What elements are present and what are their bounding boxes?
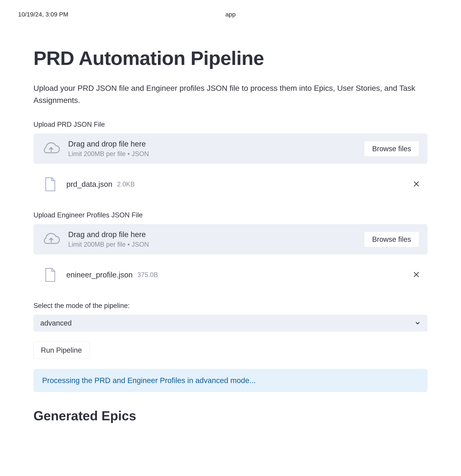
file-icon (44, 268, 56, 282)
file-size: 2.0KB (117, 180, 135, 188)
dropzone-title: Drag and drop file here (68, 230, 364, 239)
dropzone-hint: Limit 200MB per file • JSON (68, 241, 364, 248)
dropzone-text: Drag and drop file here Limit 200MB per … (68, 230, 364, 248)
browse-files-button[interactable]: Browse files (364, 141, 419, 157)
chevron-down-icon (415, 320, 421, 326)
file-name: enineer_profile.json (66, 271, 133, 279)
upload-prd-dropzone[interactable]: Drag and drop file here Limit 200MB per … (34, 134, 427, 164)
uploaded-file-row-prd: prd_data.json 2.0KB (34, 172, 427, 197)
print-timestamp: 10/19/24, 3:09 PM (18, 11, 68, 18)
file-icon (44, 177, 56, 191)
run-pipeline-button[interactable]: Run Pipeline (34, 342, 89, 359)
upload-prd-label: Upload PRD JSON File (34, 121, 427, 128)
browse-files-button[interactable]: Browse files (364, 231, 419, 247)
generated-epics-heading: Generated Epics (34, 408, 427, 423)
dropzone-title: Drag and drop file here (68, 140, 364, 148)
close-icon (413, 181, 419, 187)
upload-engineer-label: Upload Engineer Profiles JSON File (34, 211, 427, 219)
main-container: PRD Automation Pipeline Upload your PRD … (34, 18, 427, 423)
mode-select[interactable]: advanced (34, 315, 427, 332)
dropzone-text: Drag and drop file here Limit 200MB per … (68, 140, 364, 158)
mode-select-value: advanced (40, 319, 415, 327)
status-banner: Processing the PRD and Engineer Profiles… (34, 369, 427, 392)
mode-select-label: Select the mode of the pipeline: (34, 302, 427, 310)
dropzone-hint: Limit 200MB per file • JSON (68, 150, 364, 158)
remove-file-button[interactable] (411, 269, 421, 281)
close-icon (413, 271, 419, 278)
remove-file-button[interactable] (411, 178, 421, 190)
print-title: app (226, 11, 236, 18)
cloud-upload-icon (42, 232, 60, 247)
file-size: 375.0B (137, 271, 158, 279)
page-title: PRD Automation Pipeline (34, 47, 427, 69)
page-subtitle: Upload your PRD JSON file and Engineer p… (34, 82, 420, 106)
upload-engineer-dropzone[interactable]: Drag and drop file here Limit 200MB per … (34, 224, 427, 255)
uploaded-file-row-engineer: enineer_profile.json 375.0B (34, 263, 427, 287)
file-name: prd_data.json (66, 180, 112, 189)
cloud-upload-icon (42, 141, 60, 156)
print-header: 10/19/24, 3:09 PM app (0, 0, 461, 18)
